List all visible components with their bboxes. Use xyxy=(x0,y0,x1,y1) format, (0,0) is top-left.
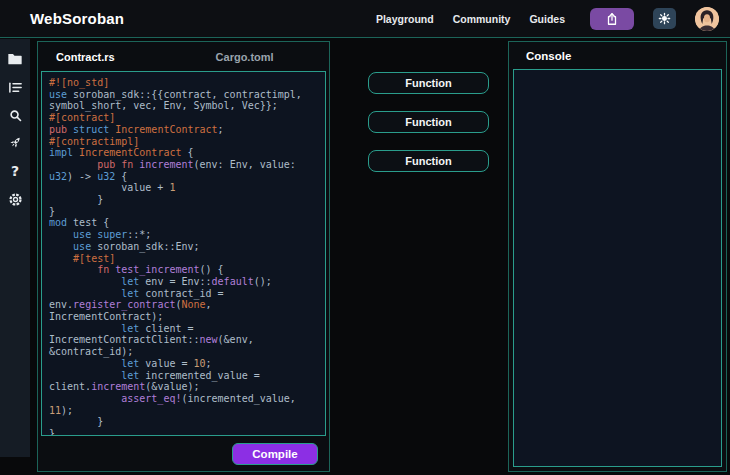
share-button[interactable] xyxy=(590,8,634,30)
code-line: let client = xyxy=(49,323,318,335)
code-line: #![no_std] xyxy=(49,77,318,89)
avatar[interactable] xyxy=(695,7,719,31)
theme-toggle-button[interactable] xyxy=(653,8,676,29)
code-line: let value = 10; xyxy=(49,358,318,370)
code-line: #[test] xyxy=(49,253,318,265)
nav-link-guides[interactable]: Guides xyxy=(529,13,565,25)
editor-tabs: Contract.rsCargo.toml xyxy=(38,42,329,71)
function-button[interactable]: Function xyxy=(368,150,489,172)
search-icon xyxy=(8,108,23,123)
code-line: pub fn increment(env: Env, value: xyxy=(49,159,318,171)
code-line: client.increment(&value); xyxy=(49,381,318,393)
code-line: symbol_short, vec, Env, Symbol, Vec}}; xyxy=(49,100,318,112)
sidebar-item-deploy[interactable] xyxy=(6,135,24,151)
code-line: } xyxy=(49,194,318,206)
sidebar-item-settings[interactable] xyxy=(6,191,24,207)
sidebar-item-files[interactable] xyxy=(6,51,24,67)
function-buttons-column: FunctionFunctionFunction xyxy=(368,72,489,172)
navbar: WebSoroban PlaygroundCommunityGuides xyxy=(0,0,730,38)
console-output xyxy=(513,69,722,467)
nav-link-community[interactable]: Community xyxy=(453,13,511,25)
code-line: let env = Env::default(); xyxy=(49,276,318,288)
nav-link-playground[interactable]: Playground xyxy=(376,13,434,25)
code-line: use super::*; xyxy=(49,229,318,241)
code-line: mod test { xyxy=(49,217,318,229)
sidebar-item-list[interactable] xyxy=(6,79,24,95)
code-line: impl IncrementContract { xyxy=(49,147,318,159)
nav-links: PlaygroundCommunityGuides xyxy=(376,13,565,25)
compile-button[interactable]: Compile xyxy=(232,443,318,465)
code-line: fn test_increment() { xyxy=(49,264,318,276)
code-line: #[contractimpl] xyxy=(49,136,318,148)
code-line: value + 1 xyxy=(49,182,318,194)
tab-contract-rs[interactable]: Contract.rs xyxy=(38,51,160,63)
share-icon xyxy=(605,12,619,26)
help-icon: ? xyxy=(11,163,19,179)
navbar-right: PlaygroundCommunityGuides xyxy=(376,7,719,31)
code-line: use soroban_sdk::Env; xyxy=(49,241,318,253)
sun-icon xyxy=(658,12,671,25)
code-line: 11); xyxy=(49,405,318,417)
code-line: env.register_contract(None, xyxy=(49,299,318,311)
function-button[interactable]: Function xyxy=(368,72,489,94)
code-content: #![no_std]use soroban_sdk::{{contract, c… xyxy=(49,77,318,436)
folder-icon xyxy=(7,52,23,66)
code-line: } xyxy=(49,416,318,428)
code-line: } xyxy=(49,206,318,218)
sidebar-item-help[interactable]: ? xyxy=(6,163,24,179)
function-button[interactable]: Function xyxy=(368,111,489,133)
code-line: IncrementContractClient::new(&env, xyxy=(49,334,318,346)
code-line: use soroban_sdk::{{contract, contractimp… xyxy=(49,89,318,101)
rocket-icon xyxy=(7,135,23,151)
code-line: IncrementContract); xyxy=(49,311,318,323)
console-panel: Console xyxy=(508,41,727,472)
code-editor[interactable]: #![no_std]use soroban_sdk::{{contract, c… xyxy=(41,71,326,436)
code-line: let contract_id = xyxy=(49,288,318,300)
sidebar: ? xyxy=(0,39,30,457)
code-line: let incremented_value = xyxy=(49,370,318,382)
list-icon xyxy=(8,81,23,94)
code-line: assert_eq!(incremented_value, xyxy=(49,393,318,405)
code-line: pub struct IncrementContract; xyxy=(49,124,318,136)
editor-panel: Contract.rsCargo.toml #![no_std]use soro… xyxy=(37,41,330,472)
code-line: &contract_id); xyxy=(49,346,318,358)
code-line: u32) -> u32 { xyxy=(49,171,318,183)
brand-logo: WebSoroban xyxy=(30,10,124,27)
sidebar-item-search[interactable] xyxy=(6,107,24,123)
code-line: } xyxy=(49,428,318,436)
tab-cargo-toml[interactable]: Cargo.toml xyxy=(160,51,329,63)
console-title: Console xyxy=(509,42,726,69)
gear-icon xyxy=(8,192,23,207)
code-line: #[contract] xyxy=(49,112,318,124)
compile-row: Compile xyxy=(38,438,329,471)
